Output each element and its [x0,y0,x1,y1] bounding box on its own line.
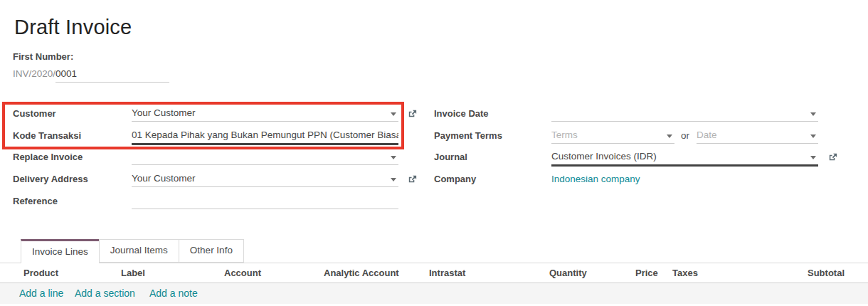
sequence-number-input[interactable]: 0001 [55,68,169,83]
tab-journal-items[interactable]: Journal Items [99,239,179,263]
column-analytic-account: Analytic Account [324,268,399,278]
first-number-label: First Number: [13,51,73,62]
invoice-lines-header: Product Label Account Analytic Account I… [0,264,868,283]
payment-terms-input[interactable]: Terms [551,128,674,144]
column-price: Price [635,268,658,278]
invoice-date-input[interactable] [551,106,818,122]
tabstrip-spacer [0,239,21,263]
journal-input[interactable]: Customer Invoices (IDR) [551,149,818,167]
chevron-down-icon[interactable] [667,134,672,138]
add-row-strip: Add a line Add a section Add a note [0,283,868,304]
sequence-line: INV/2020/ 0001 [13,68,169,83]
chevron-down-icon[interactable] [810,112,816,116]
chevron-down-icon[interactable] [391,156,396,159]
field-row-kode-transaksi: Kode Transaksi 01 Kepada Pihak yang Buka… [13,128,398,145]
add-section-link[interactable]: Add a section [75,287,135,299]
column-account: Account [224,268,261,278]
company-link[interactable]: Indonesian company [551,172,640,184]
field-row-customer: Customer Your Customer [13,106,398,122]
external-link-icon[interactable] [827,152,838,162]
tabstrip-filler [243,239,868,263]
invoice-date-label: Invoice Date [434,106,551,119]
field-row-replace-invoice: Replace Invoice [13,149,398,165]
notebook-tabs: Invoice Lines Journal Items Other Info [0,239,868,263]
add-note-link[interactable]: Add a note [149,287,198,299]
customer-input[interactable]: Your Customer [132,106,398,122]
column-taxes: Taxes [672,268,698,278]
tab-other-info[interactable]: Other Info [179,239,244,263]
field-row-payment-terms: Payment Terms Terms or Date [434,128,818,144]
journal-label: Journal [434,149,551,162]
chevron-down-icon[interactable] [391,178,396,181]
tab-invoice-lines[interactable]: Invoice Lines [21,239,100,263]
external-link-icon[interactable] [407,108,418,119]
column-quantity: Quantity [549,268,587,278]
field-row-company: Company Indonesian company [434,172,818,184]
or-separator: or [674,128,697,141]
payment-date-input[interactable]: Date [697,128,818,144]
kode-transaksi-input[interactable]: 01 Kepada Pihak yang Bukan Pemungut PPN … [132,128,398,145]
payment-terms-label: Payment Terms [434,128,551,141]
field-row-reference: Reference [13,194,398,209]
column-product: Product [23,268,58,278]
page-title: Draft Invoice [14,16,132,39]
column-intrastat: Intrastat [429,268,465,278]
add-line-link[interactable]: Add a line [19,287,63,299]
replace-invoice-label: Replace Invoice [13,149,132,162]
customer-label: Customer [13,106,132,119]
column-subtotal: Subtotal [808,268,845,278]
draft-invoice-form: Draft Invoice First Number: INV/2020/ 00… [0,0,868,306]
kode-transaksi-label: Kode Transaksi [13,128,132,141]
sequence-prefix: INV/2020/ [13,68,55,79]
reference-input[interactable] [132,194,398,209]
reference-label: Reference [13,194,132,206]
delivery-address-label: Delivery Address [13,172,132,184]
chevron-down-icon[interactable] [810,134,816,138]
replace-invoice-input[interactable] [132,149,398,165]
field-row-invoice-date: Invoice Date [434,106,818,122]
field-row-journal: Journal Customer Invoices (IDR) [434,149,818,167]
delivery-address-input[interactable]: Your Customer [132,172,398,187]
chevron-down-icon[interactable] [810,156,816,159]
chevron-down-icon[interactable] [391,112,396,116]
column-label: Label [121,268,145,278]
company-label: Company [434,172,551,184]
external-link-icon[interactable] [407,174,418,184]
field-row-delivery-address: Delivery Address Your Customer [13,172,398,187]
